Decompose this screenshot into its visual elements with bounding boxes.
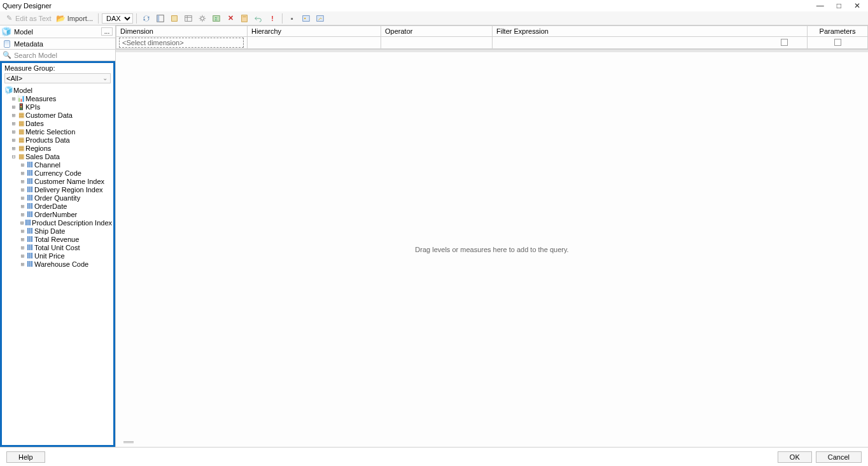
- tree-folder-label: Customer Data: [25, 111, 73, 119]
- expand-toggle[interactable]: ⊞: [11, 112, 17, 118]
- tree-folder-label: Metric Selection: [25, 128, 75, 136]
- model-browse-button[interactable]: ...: [101, 27, 113, 36]
- col-header-dimension[interactable]: Dimension: [116, 26, 248, 37]
- tree-column[interactable]: ⊞Total Unit Cost: [3, 243, 112, 251]
- close-button[interactable]: ✕: [854, 1, 860, 10]
- expand-toggle[interactable]: ⊞: [20, 195, 25, 201]
- refresh-button[interactable]: [140, 13, 153, 24]
- language-select[interactable]: DAX: [102, 13, 133, 24]
- filter-cell[interactable]: [493, 37, 808, 49]
- expand-toggle[interactable]: ⊞: [20, 203, 25, 209]
- tree-column[interactable]: ⊞Product Description Index: [3, 218, 112, 227]
- tree-folder[interactable]: ⊞▦Products Data: [3, 136, 112, 144]
- tree-folder[interactable]: ⊞▦Metric Selection: [3, 127, 112, 136]
- tree-column[interactable]: ⊞Channel: [3, 160, 112, 169]
- expand-toggle[interactable]: ⊞: [11, 104, 17, 110]
- expand-toggle[interactable]: ⊞: [20, 228, 25, 234]
- tree-folder[interactable]: ⊞🚦KPIs: [3, 102, 112, 111]
- parameters-cell[interactable]: [808, 37, 868, 49]
- expand-toggle[interactable]: ⊞: [20, 211, 25, 218]
- tree-column-label: Currency Code: [34, 169, 81, 177]
- tree-folder-label: Measures: [25, 95, 56, 102]
- query-drop-area[interactable]: Drag levels or measures here to add to t…: [116, 50, 868, 447]
- col-header-hierarchy[interactable]: Hierarchy: [248, 26, 381, 37]
- metadata-tab[interactable]: Metadata: [0, 38, 115, 50]
- toolbar-separator: [136, 13, 137, 24]
- param-checkbox-1[interactable]: [781, 39, 788, 46]
- tree-folder[interactable]: ⊞▦Regions: [3, 144, 112, 152]
- col-header-operator[interactable]: Operator: [381, 26, 493, 37]
- col-header-parameters[interactable]: Parameters: [808, 26, 868, 37]
- tree-column[interactable]: ⊞Order Quantity: [3, 194, 112, 202]
- auto-exec-button[interactable]: [196, 13, 209, 24]
- calc-member-button[interactable]: [238, 13, 251, 24]
- expand-toggle[interactable]: ⊞: [20, 178, 25, 185]
- tree-column[interactable]: ⊞Ship Date: [3, 227, 112, 235]
- expand-toggle[interactable]: ⊞: [20, 253, 25, 259]
- tree-folder[interactable]: ⊞📊Measures: [3, 94, 112, 102]
- cancel-button[interactable]: Cancel: [816, 451, 862, 463]
- alert-button[interactable]: !: [266, 13, 279, 24]
- design-mode-button[interactable]: [314, 13, 326, 24]
- expand-toggle[interactable]: ⊞: [20, 187, 25, 193]
- select-dimension-cell[interactable]: <Select dimension>: [119, 38, 244, 48]
- tree-column[interactable]: ⊞Warehouse Code: [3, 260, 112, 268]
- tree-column[interactable]: ⊞Delivery Region Index: [3, 185, 112, 194]
- tree-root-model[interactable]: 🧊 Model: [3, 86, 112, 94]
- table-icon: ▦: [17, 145, 25, 152]
- expand-toggle[interactable]: ⊞: [20, 244, 25, 251]
- toggle-panel-button[interactable]: [154, 13, 167, 24]
- delete-button[interactable]: ✕: [224, 13, 237, 24]
- edit-as-text-button[interactable]: ✎ Edit as Text: [3, 13, 53, 24]
- expand-toggle[interactable]: ⊞: [20, 220, 24, 226]
- expand-toggle[interactable]: ⊞: [20, 162, 25, 168]
- tree-folder[interactable]: ⊞▦Dates: [3, 119, 112, 127]
- expand-toggle[interactable]: ⊞: [11, 120, 17, 127]
- expand-toggle[interactable]: ⊞: [11, 95, 17, 102]
- expand-toggle[interactable]: ⊞: [11, 137, 17, 143]
- measure-icon: 📊: [17, 95, 25, 102]
- tree-folder[interactable]: ⊞▦Customer Data: [3, 111, 112, 119]
- expand-toggle[interactable]: ⊞: [20, 261, 25, 267]
- table-icon: ▦: [17, 153, 25, 160]
- resize-handle[interactable]: [123, 441, 134, 443]
- minimize-button[interactable]: —: [816, 1, 824, 10]
- tree-column[interactable]: ⊞Currency Code: [3, 169, 112, 177]
- filter-row[interactable]: <Select dimension>: [116, 37, 868, 49]
- search-icon: 🔍: [3, 51, 11, 59]
- show-aggregations-button[interactable]: Σ: [210, 13, 223, 24]
- col-header-filter[interactable]: Filter Expression: [493, 26, 808, 37]
- help-button[interactable]: Help: [6, 451, 45, 463]
- measure-group-select[interactable]: <All>: [4, 73, 111, 83]
- hierarchy-cell[interactable]: [248, 37, 381, 49]
- operator-cell[interactable]: [381, 37, 493, 49]
- play-icon: [170, 14, 179, 23]
- ok-button[interactable]: OK: [778, 451, 812, 463]
- tree-folder[interactable]: ⊟▦Sales Data: [3, 152, 112, 160]
- undo-button[interactable]: [252, 13, 265, 24]
- tree-column-label: Total Unit Cost: [34, 244, 80, 251]
- tree-column[interactable]: ⊞Unit Price: [3, 251, 112, 260]
- tree-column[interactable]: ⊞OrderNumber: [3, 210, 112, 218]
- column-icon: [25, 211, 34, 218]
- prepare-button[interactable]: ▪: [286, 13, 298, 24]
- show-empty-button[interactable]: [182, 13, 195, 24]
- titlebar: Query Designer — □ ✕: [0, 0, 868, 11]
- column-icon: [25, 252, 34, 260]
- expand-toggle[interactable]: ⊞: [20, 236, 25, 243]
- tree-column-label: Warehouse Code: [34, 260, 88, 268]
- execute-button[interactable]: [168, 13, 181, 24]
- tree-column[interactable]: ⊞OrderDate: [3, 202, 112, 210]
- import-button[interactable]: 📂 Import...: [55, 13, 95, 24]
- search-model-input[interactable]: 🔍 Search Model: [0, 50, 115, 61]
- tree-column[interactable]: ⊞Customer Name Index: [3, 177, 112, 185]
- param-checkbox-2[interactable]: [834, 39, 841, 46]
- expand-toggle[interactable]: ⊞: [11, 145, 17, 152]
- model-selector[interactable]: 🧊 Model ...: [0, 25, 115, 38]
- expand-toggle[interactable]: ⊟: [11, 153, 17, 160]
- maximize-button[interactable]: □: [837, 1, 841, 10]
- expand-toggle[interactable]: ⊞: [20, 170, 25, 176]
- query-params-button[interactable]: [300, 13, 312, 24]
- tree-column[interactable]: ⊞Total Revenue: [3, 235, 112, 243]
- expand-toggle[interactable]: ⊞: [11, 129, 17, 135]
